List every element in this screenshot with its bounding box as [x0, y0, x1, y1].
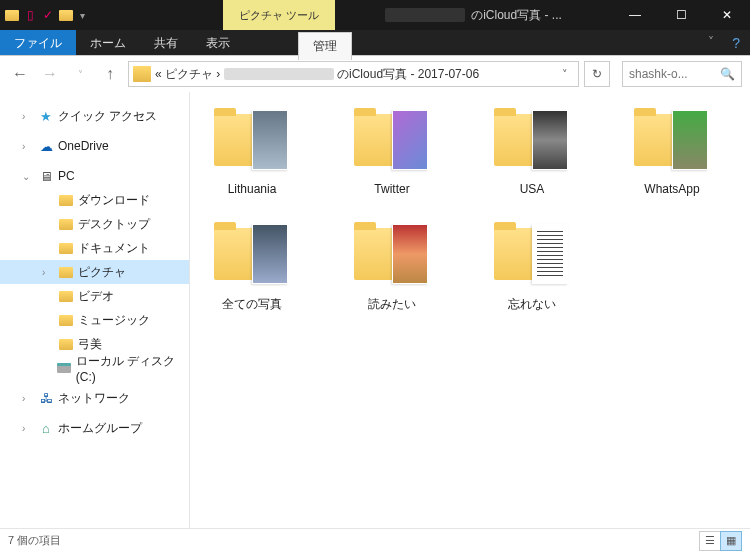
- tree-label: クイック アクセス: [58, 108, 157, 125]
- chevron-down-icon[interactable]: ⌄: [22, 171, 34, 182]
- folder-icon: [58, 240, 74, 256]
- help-icon[interactable]: ?: [722, 30, 750, 55]
- folder-label: Twitter: [374, 182, 409, 196]
- folder-thumbnail: [214, 224, 290, 292]
- tree-label: ピクチャ: [78, 264, 126, 281]
- chevron-icon[interactable]: ›: [22, 141, 34, 152]
- search-icon[interactable]: 🔍: [720, 67, 735, 81]
- folder-item[interactable]: USA: [482, 110, 582, 196]
- search-box[interactable]: 🔍: [622, 61, 742, 87]
- cloud-icon: ☁: [38, 138, 54, 154]
- qat-dropdown-icon[interactable]: ▾: [76, 10, 89, 21]
- view-details-button[interactable]: ☰: [699, 531, 721, 551]
- close-button[interactable]: ✕: [704, 0, 750, 30]
- recent-dropdown-icon[interactable]: ˅: [68, 62, 92, 86]
- star-icon: ★: [38, 108, 54, 124]
- folder-icon: [58, 216, 74, 232]
- tree-desktop[interactable]: デスクトップ: [0, 212, 189, 236]
- tree-network[interactable]: › 🖧 ネットワーク: [0, 386, 189, 410]
- folder-label: 読みたい: [368, 296, 416, 313]
- refresh-button[interactable]: ↻: [584, 61, 610, 87]
- folder-thumbnail: [354, 110, 430, 178]
- folder-label: 忘れない: [508, 296, 556, 313]
- folder-icon: [58, 312, 74, 328]
- tree-onedrive[interactable]: › ☁ OneDrive: [0, 134, 189, 158]
- folder-icon: [4, 7, 20, 23]
- tree-label: ドキュメント: [78, 240, 150, 257]
- status-bar: 7 個の項目 ☰ ▦: [0, 528, 750, 552]
- pc-icon: 🖥: [38, 168, 54, 184]
- qat-check-icon[interactable]: ✓: [40, 7, 56, 23]
- tree-quick-access[interactable]: › ★ クイック アクセス: [0, 104, 189, 128]
- folder-thumbnail: [634, 110, 710, 178]
- address-folder-icon: [133, 66, 151, 82]
- chevron-icon[interactable]: ›: [42, 267, 54, 278]
- tab-view[interactable]: 表示: [192, 30, 244, 55]
- contextual-tab-label: ピクチャ ツール: [223, 0, 335, 30]
- window-title: のiCloud写真 - ...: [335, 0, 612, 30]
- forward-button[interactable]: →: [38, 62, 62, 86]
- item-count: 7 個の項目: [8, 533, 61, 548]
- tree-pc[interactable]: ⌄ 🖥 PC: [0, 164, 189, 188]
- tree-pictures[interactable]: › ピクチャ: [0, 260, 189, 284]
- qat-newfolder-icon[interactable]: [58, 7, 74, 23]
- tree-label: ネットワーク: [58, 390, 130, 407]
- folder-item[interactable]: Twitter: [342, 110, 442, 196]
- tree-label: ホームグループ: [58, 420, 142, 437]
- chevron-icon[interactable]: ›: [22, 111, 34, 122]
- folder-thumbnail: [494, 224, 570, 292]
- tree-documents[interactable]: ドキュメント: [0, 236, 189, 260]
- folder-thumbnail: [354, 224, 430, 292]
- homegroup-icon: ⌂: [38, 420, 54, 436]
- address-bar[interactable]: « ピクチャ › のiCloud写真 - 2017-07-06 ˅: [128, 61, 579, 87]
- folder-item[interactable]: WhatsApp: [622, 110, 722, 196]
- tree-homegroup[interactable]: › ⌂ ホームグループ: [0, 416, 189, 440]
- tree-label: ダウンロード: [78, 192, 150, 209]
- tree-label: ビデオ: [78, 288, 114, 305]
- chevron-icon[interactable]: ›: [22, 423, 34, 434]
- tree-label: ローカル ディスク (C:): [76, 353, 189, 384]
- up-button[interactable]: ↑: [98, 62, 122, 86]
- tree-videos[interactable]: ビデオ: [0, 284, 189, 308]
- folder-label: USA: [520, 182, 545, 196]
- minimize-button[interactable]: —: [612, 0, 658, 30]
- tree-label: PC: [58, 169, 75, 183]
- folder-icon: [58, 336, 74, 352]
- folder-item[interactable]: 読みたい: [342, 224, 442, 313]
- qat-properties-icon[interactable]: ▯: [22, 7, 38, 23]
- chevron-icon[interactable]: ›: [22, 393, 34, 404]
- title-bar: ▯ ✓ ▾ ピクチャ ツール のiCloud写真 - ... — ☐ ✕: [0, 0, 750, 30]
- folder-icon: [58, 288, 74, 304]
- search-input[interactable]: [629, 67, 720, 81]
- disk-icon: [57, 360, 72, 376]
- maximize-button[interactable]: ☐: [658, 0, 704, 30]
- address-dropdown-icon[interactable]: ˅: [556, 68, 574, 81]
- folder-label: WhatsApp: [644, 182, 699, 196]
- folder-item[interactable]: 全ての写真: [202, 224, 302, 313]
- tab-file[interactable]: ファイル: [0, 30, 76, 55]
- tree-music[interactable]: ミュージック: [0, 308, 189, 332]
- folder-icon: [58, 192, 74, 208]
- folder-item[interactable]: 忘れない: [482, 224, 582, 313]
- folder-thumbnail: [214, 110, 290, 178]
- tree-label: ミュージック: [78, 312, 150, 329]
- navigation-tree: › ★ クイック アクセス › ☁ OneDrive ⌄ 🖥 PC ダウンロード…: [0, 92, 190, 528]
- navigation-row: ← → ˅ ↑ « ピクチャ › のiCloud写真 - 2017-07-06 …: [0, 56, 750, 92]
- tree-local-disk[interactable]: ローカル ディスク (C:): [0, 356, 189, 380]
- tree-downloads[interactable]: ダウンロード: [0, 188, 189, 212]
- tab-home[interactable]: ホーム: [76, 30, 140, 55]
- tab-share[interactable]: 共有: [140, 30, 192, 55]
- back-button[interactable]: ←: [8, 62, 32, 86]
- tree-label: 弓美: [78, 336, 102, 353]
- folder-content[interactable]: LithuaniaTwitterUSAWhatsApp全ての写真読みたい忘れない: [190, 92, 750, 528]
- tab-manage[interactable]: 管理: [298, 32, 352, 60]
- tree-label: OneDrive: [58, 139, 109, 153]
- folder-icon: [58, 264, 74, 280]
- view-icons-button[interactable]: ▦: [720, 531, 742, 551]
- folder-label: 全ての写真: [222, 296, 282, 313]
- folder-item[interactable]: Lithuania: [202, 110, 302, 196]
- network-icon: 🖧: [38, 390, 54, 406]
- ribbon-collapse-icon[interactable]: ˅: [700, 30, 722, 55]
- ribbon-tabs: ファイル ホーム 共有 表示 管理 ˅ ?: [0, 30, 750, 56]
- address-path: « ピクチャ › のiCloud写真 - 2017-07-06: [155, 66, 556, 83]
